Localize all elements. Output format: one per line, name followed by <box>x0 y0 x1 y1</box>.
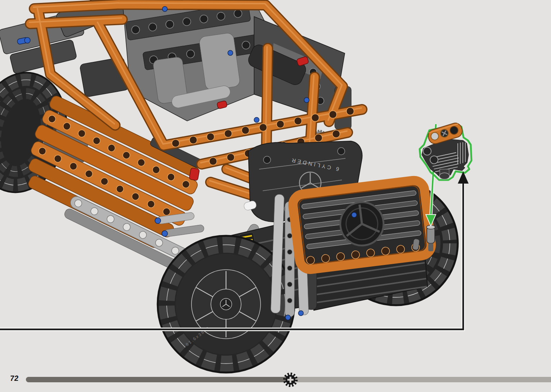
highlighted-part <box>420 121 471 180</box>
callout-arrow-icon <box>458 171 469 184</box>
progress-bar[interactable] <box>26 377 551 382</box>
page-number: 72 <box>10 374 19 383</box>
model-illustration: 6 CYLINDER 81.6x38 R <box>0 0 551 392</box>
progress-fill <box>26 377 290 382</box>
instruction-page: 6 CYLINDER 81.6x38 R <box>0 0 551 392</box>
gear-icon[interactable] <box>282 371 299 388</box>
front-grille <box>292 179 433 270</box>
